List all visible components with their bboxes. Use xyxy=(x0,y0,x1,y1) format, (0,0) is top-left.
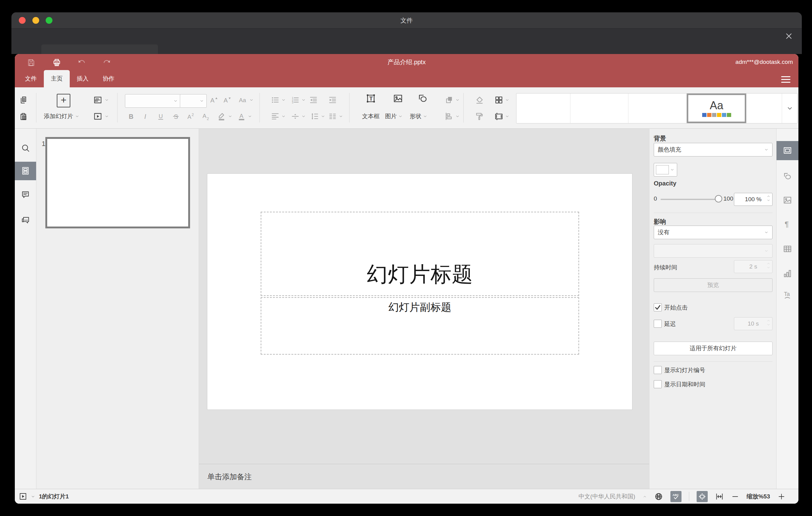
font-name-select[interactable] xyxy=(125,94,180,108)
slide-thumbnail[interactable] xyxy=(45,137,190,228)
insert-image-button[interactable]: 图片 xyxy=(385,112,397,120)
chevron-down-icon[interactable] xyxy=(398,114,403,118)
zoom-out-icon[interactable] xyxy=(731,492,739,500)
opacity-input[interactable]: 100 % xyxy=(734,193,773,206)
chevron-up-icon[interactable] xyxy=(767,262,770,265)
comments-icon[interactable] xyxy=(21,190,30,199)
chevron-down-icon[interactable] xyxy=(281,114,286,118)
tab-file[interactable]: 文件 xyxy=(18,70,44,87)
increase-font-size-icon[interactable]: A xyxy=(209,95,219,105)
delay-checkbox[interactable] xyxy=(654,320,662,328)
theme-thumbnail[interactable] xyxy=(629,93,687,123)
save-icon[interactable] xyxy=(27,58,36,67)
add-slide-button[interactable]: 添加幻灯片 xyxy=(44,112,73,120)
strikethrough-icon[interactable]: S xyxy=(171,112,180,121)
insert-textbox-icon[interactable]: T xyxy=(366,93,376,104)
arrange-shape-icon[interactable] xyxy=(444,95,454,105)
subscript-icon[interactable]: A2 xyxy=(201,112,210,121)
opacity-slider-handle[interactable] xyxy=(715,195,722,202)
decrease-font-size-icon[interactable]: A xyxy=(223,95,232,105)
chevron-down-icon[interactable] xyxy=(767,323,770,326)
fit-to-slide-toggle[interactable] xyxy=(697,491,708,502)
color-scheme-icon[interactable] xyxy=(494,95,503,105)
search-icon[interactable] xyxy=(21,143,30,153)
show-slide-number-checkbox[interactable] xyxy=(654,366,662,374)
chevron-up-icon[interactable] xyxy=(767,319,770,322)
globe-icon[interactable] xyxy=(654,492,663,501)
background-color-picker[interactable] xyxy=(654,163,677,176)
insert-shape-button[interactable]: 形状 xyxy=(410,112,422,120)
chevron-down-icon[interactable] xyxy=(105,98,109,102)
superscript-icon[interactable]: A2 xyxy=(186,112,195,121)
chart-settings-icon[interactable] xyxy=(783,269,792,278)
chevron-down-icon[interactable] xyxy=(281,98,286,102)
horizontal-align-icon[interactable] xyxy=(270,112,280,121)
shape-settings-icon[interactable] xyxy=(783,172,792,181)
chevron-down-icon[interactable] xyxy=(767,266,770,269)
tab-insert[interactable]: 插入 xyxy=(70,70,96,87)
insert-image-icon[interactable] xyxy=(393,93,403,104)
effect-select[interactable]: 没有 xyxy=(654,226,773,239)
numbered-list-icon[interactable]: 123 xyxy=(291,95,300,105)
spellcheck-toggle[interactable]: ABC xyxy=(670,491,682,502)
background-fill-select[interactable]: 颜色填充 xyxy=(654,143,773,156)
italic-icon[interactable]: I xyxy=(141,112,150,121)
font-color-icon[interactable]: A xyxy=(237,112,246,121)
language-label[interactable]: 中文(中华人民共和国) xyxy=(578,492,635,500)
close-icon[interactable] xyxy=(784,31,793,41)
start-slideshow-icon[interactable] xyxy=(93,112,103,121)
increase-indent-icon[interactable] xyxy=(328,95,337,105)
chevron-down-icon[interactable] xyxy=(455,98,460,102)
line-spacing-icon[interactable] xyxy=(310,112,319,121)
copy-style-icon[interactable] xyxy=(475,112,484,121)
chevron-down-icon[interactable] xyxy=(505,98,509,102)
theme-thumbnail[interactable] xyxy=(571,93,629,123)
chat-icon[interactable] xyxy=(21,216,30,225)
chevron-down-icon[interactable] xyxy=(321,114,325,118)
apply-to-all-slides-button[interactable]: 适用于所有幻灯片 xyxy=(654,342,773,355)
preview-button[interactable]: 预览 xyxy=(654,278,773,292)
chevron-down-icon[interactable] xyxy=(767,198,770,202)
align-shape-icon[interactable] xyxy=(444,112,454,121)
sidebar-item-slides[interactable] xyxy=(15,162,36,180)
vertical-align-icon[interactable] xyxy=(291,112,300,121)
table-settings-icon[interactable] xyxy=(783,244,792,254)
chevron-down-icon[interactable] xyxy=(339,114,343,118)
bullet-list-icon[interactable] xyxy=(270,95,280,105)
clear-style-icon[interactable] xyxy=(475,95,484,105)
print-icon[interactable] xyxy=(52,58,61,67)
delay-input[interactable]: 10 s xyxy=(734,317,773,330)
effect-type-select[interactable] xyxy=(654,244,773,258)
add-slide-icon[interactable]: + xyxy=(57,94,70,107)
font-size-select[interactable] xyxy=(180,94,207,108)
paragraph-settings-icon[interactable]: ¶ xyxy=(783,219,792,229)
chevron-down-icon[interactable] xyxy=(173,99,178,103)
start-slideshow-status-icon[interactable] xyxy=(19,492,27,500)
redo-icon[interactable] xyxy=(103,58,112,67)
image-settings-icon[interactable] xyxy=(783,195,792,205)
chevron-down-icon[interactable] xyxy=(505,114,509,118)
textart-settings-icon[interactable]: Ta xyxy=(783,290,792,300)
slide-subtitle-placeholder[interactable]: 幻灯片副标题 xyxy=(261,297,579,354)
menu-icon[interactable] xyxy=(781,76,790,83)
slide[interactable]: 幻灯片标题 幻灯片副标题 xyxy=(207,174,632,409)
chevron-up-icon[interactable] xyxy=(767,194,770,198)
chevron-down-icon[interactable] xyxy=(75,114,79,118)
fit-to-width-icon[interactable] xyxy=(715,492,724,501)
opacity-slider-track[interactable] xyxy=(661,199,718,200)
chevron-down-icon[interactable] xyxy=(228,114,232,118)
tab-slide-settings[interactable] xyxy=(777,141,799,160)
bold-icon[interactable]: B xyxy=(126,112,136,121)
insert-textbox-button[interactable]: 文本框 xyxy=(362,112,380,120)
theme-gallery-expand-button[interactable] xyxy=(782,93,797,123)
paste-icon[interactable] xyxy=(19,112,28,121)
change-case-icon[interactable]: Aa xyxy=(238,95,248,105)
chevron-down-icon[interactable] xyxy=(301,114,306,118)
tab-home[interactable]: 主页 xyxy=(44,70,70,87)
chevron-down-icon[interactable] xyxy=(200,99,204,103)
chevron-down-icon[interactable] xyxy=(249,98,254,102)
show-date-time-checkbox[interactable] xyxy=(654,380,662,388)
underline-icon[interactable]: U xyxy=(156,112,165,121)
highlight-color-icon[interactable] xyxy=(217,112,226,121)
chevron-down-icon[interactable] xyxy=(248,114,252,118)
